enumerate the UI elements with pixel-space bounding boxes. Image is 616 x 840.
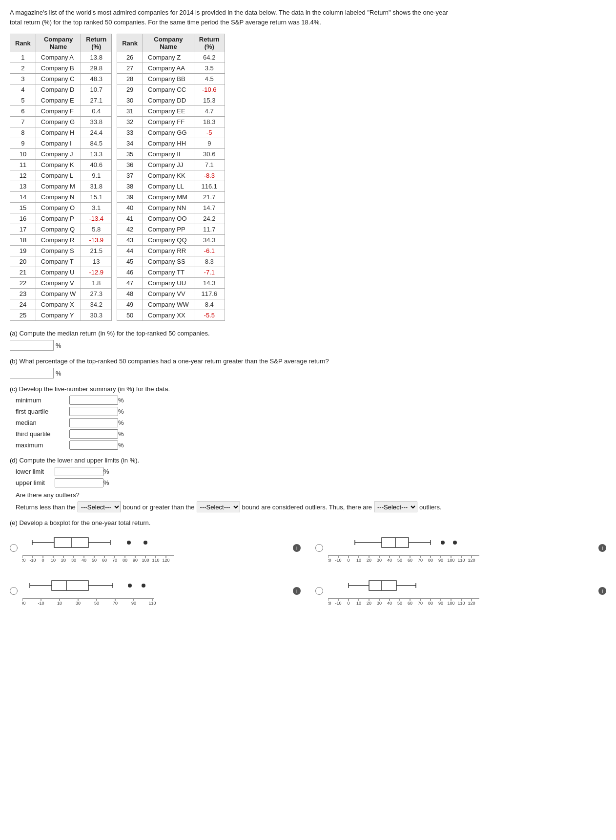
- section-b-label: (b) What percentage of the top-ranked 50…: [10, 357, 606, 365]
- svg-text:40: 40: [387, 601, 392, 606]
- median-input[interactable]: [10, 340, 54, 351]
- cell-rank: 31: [117, 106, 143, 117]
- first-quartile-input[interactable]: [69, 407, 118, 416]
- svg-text:100: 100: [142, 558, 149, 563]
- cell-return: 30.6: [194, 149, 225, 160]
- cell-rank: 37: [117, 170, 143, 181]
- svg-text:80: 80: [428, 601, 433, 606]
- cell-rank: 5: [10, 95, 36, 106]
- cell-company: Company WW: [143, 299, 194, 310]
- lower-limit-input[interactable]: [55, 467, 103, 476]
- cell-company: Company Z: [143, 52, 194, 63]
- cell-return: 13: [81, 256, 112, 267]
- cell-return: -13.4: [81, 213, 112, 224]
- table-row: 21 Company U -12.9: [10, 267, 112, 278]
- cell-return: 30.3: [81, 310, 112, 321]
- cell-return: 116.1: [194, 181, 225, 192]
- table-row: 28 Company BB 4.5: [117, 74, 225, 84]
- table-row: 25 Company Y 30.3: [10, 310, 112, 321]
- boxplot-1-radio[interactable]: [10, 544, 18, 552]
- cell-rank: 2: [10, 63, 36, 74]
- cell-company: Company SS: [143, 256, 194, 267]
- cell-rank: 19: [10, 246, 36, 256]
- cell-company: Company RR: [143, 246, 194, 256]
- cell-company: Company D: [36, 84, 81, 95]
- table-row: 3 Company C 48.3: [10, 74, 112, 84]
- cell-rank: 3: [10, 74, 36, 84]
- cell-company: Company CC: [143, 84, 194, 95]
- svg-text:60: 60: [408, 558, 412, 563]
- boxplot-4-radio[interactable]: [315, 587, 323, 595]
- svg-text:110: 110: [457, 558, 465, 563]
- five-median-input[interactable]: [69, 418, 118, 427]
- svg-text:50: 50: [94, 601, 99, 606]
- table-row: 27 Company AA 3.5: [117, 63, 225, 74]
- boxplot-3-radio[interactable]: [10, 587, 18, 595]
- cell-return: 27.1: [81, 95, 112, 106]
- cell-rank: 41: [117, 213, 143, 224]
- boxplot-3-info[interactable]: i: [293, 587, 301, 595]
- cell-company: Company L: [36, 170, 81, 181]
- svg-text:-10: -10: [38, 601, 44, 606]
- cell-company: Company B: [36, 63, 81, 74]
- cell-company: Company A: [36, 52, 81, 63]
- svg-text:0: 0: [41, 558, 44, 563]
- upper-limit-input[interactable]: [55, 478, 103, 487]
- cell-return: 1.8: [81, 278, 112, 289]
- outliers-question: Are there any outliers?: [16, 491, 606, 499]
- cell-company: Company W: [36, 289, 81, 299]
- boxplots-grid: -20 -10 0 10 20 30 40 50 60 70 80 90: [10, 531, 606, 608]
- label-maximum: maximum: [16, 441, 69, 449]
- table-row: 10 Company J 13.3: [10, 149, 112, 160]
- lower-bound-select[interactable]: ---Select--- lower upper: [78, 502, 121, 512]
- svg-point-7: [144, 541, 147, 545]
- maximum-input[interactable]: [69, 441, 118, 450]
- cell-return: -8.3: [194, 170, 225, 181]
- third-quartile-input[interactable]: [69, 429, 118, 439]
- cell-company: Company TT: [143, 267, 194, 278]
- table-2: Rank CompanyName Return(%) 26 Company Z …: [117, 34, 225, 321]
- cell-company: Company Y: [36, 310, 81, 321]
- cell-rank: 44: [117, 246, 143, 256]
- cell-return: 31.8: [81, 181, 112, 192]
- cell-rank: 13: [10, 181, 36, 192]
- five-number-summary: minimum % first quartile % median % thir…: [16, 396, 606, 450]
- table-row: 13 Company M 31.8: [10, 181, 112, 192]
- minimum-input[interactable]: [69, 396, 118, 405]
- boxplot-4-container: -20 -10 0 10 20 30 40 50 60 70 80 90: [328, 574, 594, 608]
- svg-text:30: 30: [71, 558, 76, 563]
- col-company-1: CompanyName: [36, 34, 81, 52]
- boxplot-2-row: -20 -10 0 10 20 30 40 50 60 70 80 90: [315, 531, 606, 565]
- cell-return: -12.9: [81, 267, 112, 278]
- col-rank-1: Rank: [10, 34, 36, 52]
- cell-company: Company S: [36, 246, 81, 256]
- table-row: 41 Company OO 24.2: [117, 213, 225, 224]
- cell-rank: 4: [10, 84, 36, 95]
- svg-text:100: 100: [447, 601, 454, 606]
- cell-company: Company U: [36, 267, 81, 278]
- upper-bound-select[interactable]: ---Select--- lower upper: [197, 502, 240, 512]
- cell-company: Company GG: [143, 127, 194, 138]
- cell-rank: 45: [117, 256, 143, 267]
- table-1: Rank CompanyName Return(%) 1 Company A 1…: [10, 34, 112, 321]
- boxplot-4-info[interactable]: i: [598, 587, 606, 595]
- svg-text:110: 110: [457, 601, 465, 606]
- section-a-input-row: %: [10, 340, 62, 351]
- boxplot-2-info[interactable]: i: [598, 544, 606, 552]
- cell-return: 15.1: [81, 192, 112, 203]
- boxplot-2-radio[interactable]: [315, 544, 323, 552]
- outliers-count-select[interactable]: ---Select--- 0 1 2 3: [374, 502, 417, 512]
- boxplot-1-info[interactable]: i: [293, 544, 301, 552]
- cell-return: 15.3: [194, 95, 225, 106]
- section-a-label: (a) Compute the median return (in %) for…: [10, 330, 606, 337]
- cell-company: Company KK: [143, 170, 194, 181]
- cell-company: Company EE: [143, 106, 194, 117]
- percentage-input[interactable]: [10, 368, 54, 378]
- section-b-unit: %: [56, 370, 62, 377]
- cell-company: Company H: [36, 127, 81, 138]
- boxplot-3-row: -30 -10 10 30 50 70 90 110: [10, 574, 301, 608]
- cell-return: 34.3: [194, 235, 225, 246]
- cell-rank: 18: [10, 235, 36, 246]
- table-row: 7 Company G 33.8: [10, 117, 112, 127]
- svg-text:110: 110: [152, 558, 159, 563]
